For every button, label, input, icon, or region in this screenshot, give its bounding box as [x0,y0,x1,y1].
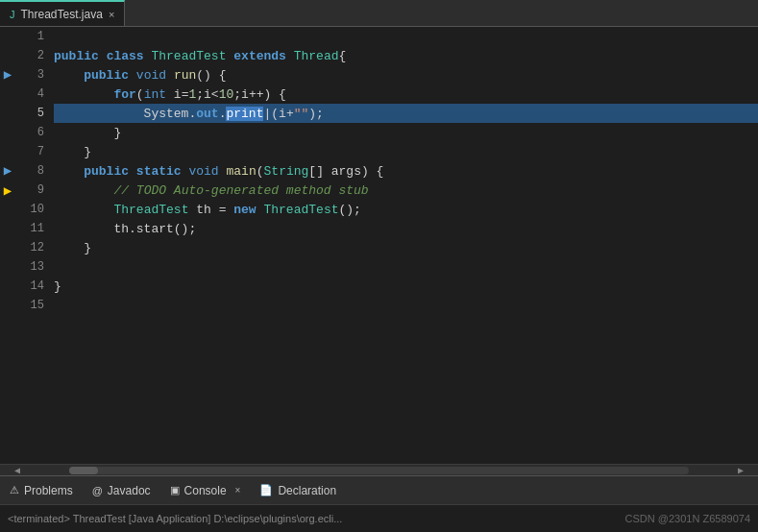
code-line-5: System.out.print|(i+""); [54,104,758,123]
tab-problems[interactable]: ⚠ Problems [0,476,83,504]
problems-label: Problems [24,484,73,497]
line-num-14: 14 [15,277,50,296]
line-num-2: 2 [15,46,50,65]
code-line-11: th.start(); [54,219,758,238]
editor-area: ▶ ▶ ▶ 1 2 3 4 5 6 7 8 9 10 11 12 13 14 1… [0,27,758,464]
code-line-10: ThreadTest th = new ThreadTest(); [54,200,758,219]
scroll-thumb[interactable] [69,467,98,474]
line-num-1: 1 [15,27,50,46]
tab-declaration[interactable]: 📄 Declaration [250,476,346,504]
code-line-7: } [54,142,758,161]
line-num-9: 9 [15,181,50,200]
indicator-2 [0,46,15,65]
problems-icon: ⚠ [10,484,19,496]
debug-arrow-9: ▶ [4,182,12,199]
indicator-6 [0,123,15,142]
bottom-panel: ⚠ Problems @ Javadoc ▣ Console × 📄 Decla… [0,475,758,532]
code-line-9: // TODO Auto-generated method stub [54,181,758,200]
code-line-2: public class ThreadTest extends Thread{ [54,46,758,65]
indicator-7 [0,142,15,161]
tab-filename: ThreadTest.java [21,8,103,21]
code-line-14: } [54,277,758,296]
indicator-9: ▶ [0,181,15,200]
indicator-8: ▶ [0,161,15,181]
java-file-icon: J [10,9,15,20]
code-line-13 [54,257,758,277]
code-line-8: public static void main(String[] args) { [54,161,758,181]
indicator-14 [0,277,15,296]
indicator-11 [0,219,15,238]
line-num-7: 7 [15,142,50,161]
line-num-6: 6 [15,123,50,142]
code-line-6: } [54,123,758,142]
indicator-4 [0,85,15,104]
code-line-1 [54,27,758,46]
declaration-label: Declaration [278,484,336,497]
line-numbers: 1 2 3 4 5 6 7 8 9 10 11 12 13 14 15 [15,27,50,464]
scroll-track[interactable] [69,467,689,474]
javadoc-icon: @ [92,485,103,496]
status-text: <terminated> ThreadTest [Java Applicatio… [8,513,342,524]
bottom-status-bar: <terminated> ThreadTest [Java Applicatio… [0,505,758,532]
indicator-5 [0,104,15,123]
watermark-text: CSDN @2301N Z6589074 [625,513,750,524]
line-num-8: 8 [15,161,50,181]
horizontal-scrollbar[interactable]: ◀ ▶ [0,464,758,475]
line-num-13: 13 [15,257,50,277]
console-icon: ▣ [170,484,180,496]
tab-bar: J ThreadTest.java × [0,0,758,27]
code-line-12: } [54,238,758,257]
indicator-3: ▶ [0,65,15,85]
tab-javadoc[interactable]: @ Javadoc [83,476,160,504]
indicator-15 [0,296,15,315]
line-num-15: 15 [15,296,50,315]
line-num-12: 12 [15,238,50,257]
line-num-3: 3 [15,65,50,85]
tab-console[interactable]: ▣ Console × [160,476,251,504]
scroll-right-arrow[interactable]: ▶ [723,465,758,476]
indicator-column: ▶ ▶ ▶ [0,27,15,464]
console-close-button[interactable]: × [235,485,241,496]
line-num-10: 10 [15,200,50,219]
line-num-11: 11 [15,219,50,238]
declaration-icon: 📄 [259,484,273,496]
collapse-arrow-8[interactable]: ▶ [4,164,12,178]
collapse-arrow-3[interactable]: ▶ [4,68,12,82]
indicator-1 [0,27,15,46]
indicator-10 [0,200,15,219]
file-tab[interactable]: J ThreadTest.java × [0,0,125,26]
code-line-4: for(int i=1;i<10;i++) { [54,85,758,104]
code-area[interactable]: public class ThreadTest extends Thread{ … [50,27,758,464]
indicator-13 [0,257,15,277]
line-num-5: 5 [15,104,50,123]
line-num-4: 4 [15,85,50,104]
code-line-15 [54,296,758,315]
console-label: Console [184,484,227,497]
javadoc-label: Javadoc [108,484,151,497]
indicator-12 [0,238,15,257]
code-line-3: public void run() { [54,65,758,85]
tab-close-button[interactable]: × [109,9,114,20]
scroll-left-arrow[interactable]: ◀ [0,465,35,476]
bottom-tab-bar: ⚠ Problems @ Javadoc ▣ Console × 📄 Decla… [0,476,758,505]
